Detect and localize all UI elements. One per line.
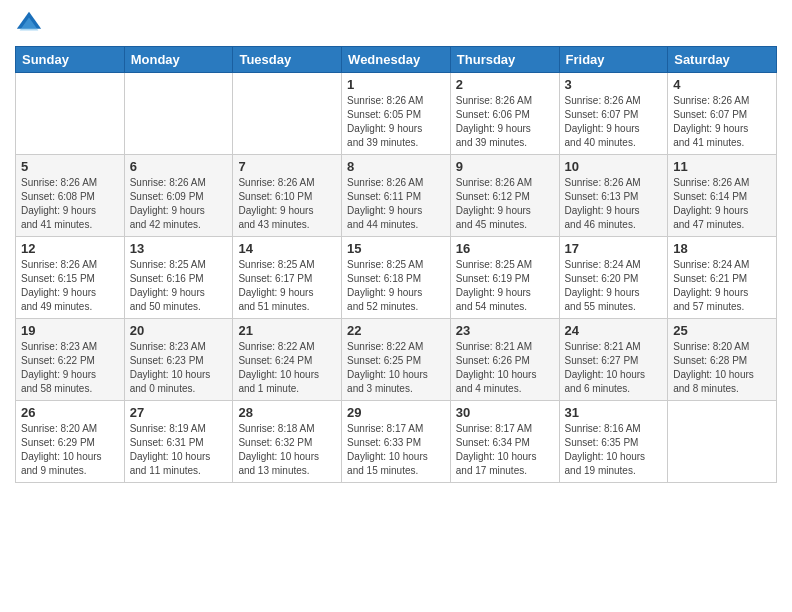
day-info: Sunrise: 8:26 AM Sunset: 6:07 PM Dayligh… bbox=[565, 94, 663, 150]
day-info: Sunrise: 8:26 AM Sunset: 6:13 PM Dayligh… bbox=[565, 176, 663, 232]
logo bbox=[15, 10, 47, 38]
day-info: Sunrise: 8:26 AM Sunset: 6:05 PM Dayligh… bbox=[347, 94, 445, 150]
logo-icon bbox=[15, 10, 43, 38]
day-info: Sunrise: 8:16 AM Sunset: 6:35 PM Dayligh… bbox=[565, 422, 663, 478]
calendar-cell: 5Sunrise: 8:26 AM Sunset: 6:08 PM Daylig… bbox=[16, 155, 125, 237]
day-info: Sunrise: 8:17 AM Sunset: 6:34 PM Dayligh… bbox=[456, 422, 554, 478]
day-info: Sunrise: 8:23 AM Sunset: 6:22 PM Dayligh… bbox=[21, 340, 119, 396]
day-info: Sunrise: 8:18 AM Sunset: 6:32 PM Dayligh… bbox=[238, 422, 336, 478]
calendar-cell: 26Sunrise: 8:20 AM Sunset: 6:29 PM Dayli… bbox=[16, 401, 125, 483]
calendar-cell: 28Sunrise: 8:18 AM Sunset: 6:32 PM Dayli… bbox=[233, 401, 342, 483]
day-number: 19 bbox=[21, 323, 119, 338]
day-number: 13 bbox=[130, 241, 228, 256]
calendar-cell: 30Sunrise: 8:17 AM Sunset: 6:34 PM Dayli… bbox=[450, 401, 559, 483]
day-info: Sunrise: 8:24 AM Sunset: 6:20 PM Dayligh… bbox=[565, 258, 663, 314]
calendar-cell: 19Sunrise: 8:23 AM Sunset: 6:22 PM Dayli… bbox=[16, 319, 125, 401]
day-info: Sunrise: 8:26 AM Sunset: 6:12 PM Dayligh… bbox=[456, 176, 554, 232]
calendar-cell: 31Sunrise: 8:16 AM Sunset: 6:35 PM Dayli… bbox=[559, 401, 668, 483]
day-info: Sunrise: 8:20 AM Sunset: 6:29 PM Dayligh… bbox=[21, 422, 119, 478]
calendar-cell: 24Sunrise: 8:21 AM Sunset: 6:27 PM Dayli… bbox=[559, 319, 668, 401]
day-number: 26 bbox=[21, 405, 119, 420]
weekday-header-row: SundayMondayTuesdayWednesdayThursdayFrid… bbox=[16, 47, 777, 73]
day-info: Sunrise: 8:22 AM Sunset: 6:24 PM Dayligh… bbox=[238, 340, 336, 396]
day-info: Sunrise: 8:26 AM Sunset: 6:14 PM Dayligh… bbox=[673, 176, 771, 232]
calendar-cell: 17Sunrise: 8:24 AM Sunset: 6:20 PM Dayli… bbox=[559, 237, 668, 319]
weekday-header-wednesday: Wednesday bbox=[342, 47, 451, 73]
calendar-cell: 13Sunrise: 8:25 AM Sunset: 6:16 PM Dayli… bbox=[124, 237, 233, 319]
calendar-cell: 2Sunrise: 8:26 AM Sunset: 6:06 PM Daylig… bbox=[450, 73, 559, 155]
day-info: Sunrise: 8:23 AM Sunset: 6:23 PM Dayligh… bbox=[130, 340, 228, 396]
calendar-cell: 10Sunrise: 8:26 AM Sunset: 6:13 PM Dayli… bbox=[559, 155, 668, 237]
day-number: 9 bbox=[456, 159, 554, 174]
day-number: 7 bbox=[238, 159, 336, 174]
weekday-header-monday: Monday bbox=[124, 47, 233, 73]
day-info: Sunrise: 8:26 AM Sunset: 6:06 PM Dayligh… bbox=[456, 94, 554, 150]
day-info: Sunrise: 8:17 AM Sunset: 6:33 PM Dayligh… bbox=[347, 422, 445, 478]
day-number: 20 bbox=[130, 323, 228, 338]
calendar-cell: 9Sunrise: 8:26 AM Sunset: 6:12 PM Daylig… bbox=[450, 155, 559, 237]
day-info: Sunrise: 8:20 AM Sunset: 6:28 PM Dayligh… bbox=[673, 340, 771, 396]
calendar-cell: 3Sunrise: 8:26 AM Sunset: 6:07 PM Daylig… bbox=[559, 73, 668, 155]
day-info: Sunrise: 8:26 AM Sunset: 6:15 PM Dayligh… bbox=[21, 258, 119, 314]
calendar-week-1: 5Sunrise: 8:26 AM Sunset: 6:08 PM Daylig… bbox=[16, 155, 777, 237]
day-number: 1 bbox=[347, 77, 445, 92]
calendar-cell bbox=[233, 73, 342, 155]
page-header bbox=[15, 10, 777, 38]
calendar-cell: 20Sunrise: 8:23 AM Sunset: 6:23 PM Dayli… bbox=[124, 319, 233, 401]
calendar-week-4: 26Sunrise: 8:20 AM Sunset: 6:29 PM Dayli… bbox=[16, 401, 777, 483]
day-info: Sunrise: 8:26 AM Sunset: 6:08 PM Dayligh… bbox=[21, 176, 119, 232]
day-number: 4 bbox=[673, 77, 771, 92]
weekday-header-saturday: Saturday bbox=[668, 47, 777, 73]
calendar-week-0: 1Sunrise: 8:26 AM Sunset: 6:05 PM Daylig… bbox=[16, 73, 777, 155]
day-number: 16 bbox=[456, 241, 554, 256]
calendar-cell bbox=[124, 73, 233, 155]
calendar-page: SundayMondayTuesdayWednesdayThursdayFrid… bbox=[0, 0, 792, 612]
day-info: Sunrise: 8:25 AM Sunset: 6:19 PM Dayligh… bbox=[456, 258, 554, 314]
day-info: Sunrise: 8:25 AM Sunset: 6:17 PM Dayligh… bbox=[238, 258, 336, 314]
calendar-cell: 6Sunrise: 8:26 AM Sunset: 6:09 PM Daylig… bbox=[124, 155, 233, 237]
calendar-cell: 14Sunrise: 8:25 AM Sunset: 6:17 PM Dayli… bbox=[233, 237, 342, 319]
calendar-cell: 4Sunrise: 8:26 AM Sunset: 6:07 PM Daylig… bbox=[668, 73, 777, 155]
day-number: 6 bbox=[130, 159, 228, 174]
day-info: Sunrise: 8:26 AM Sunset: 6:07 PM Dayligh… bbox=[673, 94, 771, 150]
weekday-header-sunday: Sunday bbox=[16, 47, 125, 73]
calendar-cell bbox=[16, 73, 125, 155]
calendar-cell: 12Sunrise: 8:26 AM Sunset: 6:15 PM Dayli… bbox=[16, 237, 125, 319]
day-info: Sunrise: 8:22 AM Sunset: 6:25 PM Dayligh… bbox=[347, 340, 445, 396]
day-number: 15 bbox=[347, 241, 445, 256]
calendar-header: SundayMondayTuesdayWednesdayThursdayFrid… bbox=[16, 47, 777, 73]
day-number: 29 bbox=[347, 405, 445, 420]
day-number: 3 bbox=[565, 77, 663, 92]
calendar-cell: 18Sunrise: 8:24 AM Sunset: 6:21 PM Dayli… bbox=[668, 237, 777, 319]
day-number: 21 bbox=[238, 323, 336, 338]
weekday-header-thursday: Thursday bbox=[450, 47, 559, 73]
day-info: Sunrise: 8:24 AM Sunset: 6:21 PM Dayligh… bbox=[673, 258, 771, 314]
calendar-cell: 16Sunrise: 8:25 AM Sunset: 6:19 PM Dayli… bbox=[450, 237, 559, 319]
day-info: Sunrise: 8:26 AM Sunset: 6:10 PM Dayligh… bbox=[238, 176, 336, 232]
day-number: 17 bbox=[565, 241, 663, 256]
calendar-cell: 7Sunrise: 8:26 AM Sunset: 6:10 PM Daylig… bbox=[233, 155, 342, 237]
day-number: 27 bbox=[130, 405, 228, 420]
calendar-cell: 22Sunrise: 8:22 AM Sunset: 6:25 PM Dayli… bbox=[342, 319, 451, 401]
day-number: 2 bbox=[456, 77, 554, 92]
day-info: Sunrise: 8:21 AM Sunset: 6:26 PM Dayligh… bbox=[456, 340, 554, 396]
calendar-cell: 27Sunrise: 8:19 AM Sunset: 6:31 PM Dayli… bbox=[124, 401, 233, 483]
day-number: 23 bbox=[456, 323, 554, 338]
day-info: Sunrise: 8:19 AM Sunset: 6:31 PM Dayligh… bbox=[130, 422, 228, 478]
day-number: 25 bbox=[673, 323, 771, 338]
day-info: Sunrise: 8:26 AM Sunset: 6:09 PM Dayligh… bbox=[130, 176, 228, 232]
day-number: 22 bbox=[347, 323, 445, 338]
weekday-header-tuesday: Tuesday bbox=[233, 47, 342, 73]
calendar-body: 1Sunrise: 8:26 AM Sunset: 6:05 PM Daylig… bbox=[16, 73, 777, 483]
day-info: Sunrise: 8:21 AM Sunset: 6:27 PM Dayligh… bbox=[565, 340, 663, 396]
day-number: 8 bbox=[347, 159, 445, 174]
day-number: 12 bbox=[21, 241, 119, 256]
calendar-cell: 23Sunrise: 8:21 AM Sunset: 6:26 PM Dayli… bbox=[450, 319, 559, 401]
day-number: 18 bbox=[673, 241, 771, 256]
calendar-cell: 8Sunrise: 8:26 AM Sunset: 6:11 PM Daylig… bbox=[342, 155, 451, 237]
day-number: 28 bbox=[238, 405, 336, 420]
calendar-cell: 25Sunrise: 8:20 AM Sunset: 6:28 PM Dayli… bbox=[668, 319, 777, 401]
day-number: 5 bbox=[21, 159, 119, 174]
calendar-week-3: 19Sunrise: 8:23 AM Sunset: 6:22 PM Dayli… bbox=[16, 319, 777, 401]
day-info: Sunrise: 8:25 AM Sunset: 6:18 PM Dayligh… bbox=[347, 258, 445, 314]
